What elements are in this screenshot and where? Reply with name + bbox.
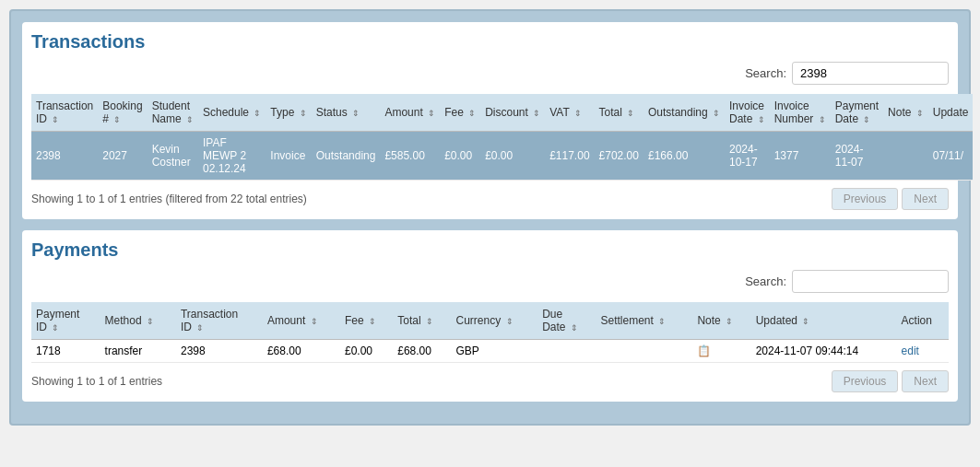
th-invoice-number[interactable]: InvoiceNumber ⇕ [770,94,831,132]
cell-note: 📋 [692,340,750,363]
cell-invoice_number: 1377 [770,132,831,181]
payments-showing-text: Showing 1 to 1 of 1 entries [31,375,162,388]
transactions-search-input[interactable] [792,62,949,85]
th-student-name[interactable]: StudentName ⇕ [148,94,198,132]
payments-footer: Showing 1 to 1 of 1 entries Previous Nex… [31,370,949,392]
cell-total: £68.00 [393,340,451,363]
cell-fee: £0.00 [440,132,480,181]
cell-fee: £0.00 [340,340,393,363]
main-container: Transactions Search: TransactionID ⇕ Boo… [9,9,971,426]
transactions-footer: Showing 1 to 1 of 1 entries (filtered fr… [31,188,949,210]
cell-payment_id: 1718 [31,340,100,363]
th-p-total[interactable]: Total ⇕ [393,302,451,340]
transactions-title: Transactions [31,31,949,53]
cell-booking_num: 2027 [98,132,147,181]
th-payment-date[interactable]: PaymentDate ⇕ [831,94,883,132]
th-method[interactable]: Method ⇕ [100,302,176,340]
th-action[interactable]: Action [897,302,949,340]
cell-transaction_id: 2398 [176,340,263,363]
edit-link[interactable]: edit [902,344,919,357]
th-schedule[interactable]: Schedule ⇕ [198,94,266,132]
th-payment-id[interactable]: PaymentID ⇕ [31,302,100,340]
th-type[interactable]: Type ⇕ [266,94,311,132]
cell-currency: GBP [452,340,538,363]
payments-table: PaymentID ⇕ Method ⇕ TransactionID ⇕ Amo… [31,302,949,363]
transactions-showing-text: Showing 1 to 1 of 1 entries (filtered fr… [31,193,307,205]
th-vat[interactable]: VAT ⇕ [545,94,594,132]
payments-header-row: PaymentID ⇕ Method ⇕ TransactionID ⇕ Amo… [31,302,949,340]
payments-search-input[interactable] [792,270,949,293]
payments-pagination: Previous Next [832,370,949,392]
th-booking-num[interactable]: Booking# ⇕ [98,94,147,132]
transactions-header-row: TransactionID ⇕ Booking# ⇕ StudentName ⇕… [31,94,973,132]
cell-note [883,132,928,181]
cell-amount: £68.00 [263,340,340,363]
cell-status: Outstanding [312,132,381,181]
cell-settlement [596,340,692,363]
cell-transaction_id: 2398 [31,132,98,181]
cell-update: 07/11/ [928,132,974,181]
payments-search-bar: Search: [31,270,949,293]
transactions-prev-btn[interactable]: Previous [832,188,899,210]
cell-schedule: IPAF MEWP 2 02.12.24 [198,132,266,181]
cell-student_name: Kevin Costner [148,132,198,181]
th-p-fee[interactable]: Fee ⇕ [340,302,393,340]
payments-panel: Payments Search: PaymentID ⇕ Method ⇕ Tr… [22,230,958,402]
th-p-note[interactable]: Note ⇕ [692,302,750,340]
th-invoice-date[interactable]: InvoiceDate ⇕ [725,94,770,132]
th-currency[interactable]: Currency ⇕ [452,302,538,340]
cell-due_date [537,340,596,363]
transactions-search-bar: Search: [31,62,949,85]
th-updated[interactable]: Updated ⇕ [751,302,897,340]
th-note[interactable]: Note ⇕ [883,94,928,132]
payments-title: Payments [31,239,949,261]
cell-action[interactable]: edit [897,340,949,363]
th-total[interactable]: Total ⇕ [595,94,643,132]
table-row: 1718transfer2398£68.00£0.00£68.00GBP📋202… [31,340,949,363]
cell-total: £702.00 [595,132,643,181]
th-due-date[interactable]: DueDate ⇕ [537,302,596,340]
th-amount[interactable]: Amount ⇕ [380,94,440,132]
th-settlement[interactable]: Settlement ⇕ [596,302,692,340]
cell-payment_date: 2024-11-07 [831,132,883,181]
th-update[interactable]: Update [928,94,974,132]
transactions-table: TransactionID ⇕ Booking# ⇕ StudentName ⇕… [31,94,973,181]
cell-amount: £585.00 [380,132,440,181]
th-status[interactable]: Status ⇕ [312,94,381,132]
th-outstanding[interactable]: Outstanding ⇕ [643,94,725,132]
transactions-search-label: Search: [745,66,786,80]
cell-vat: £117.00 [545,132,594,181]
cell-discount: £0.00 [480,132,545,181]
th-transaction-id[interactable]: TransactionID ⇕ [31,94,98,132]
transactions-next-btn[interactable]: Next [902,188,949,210]
cell-updated: 2024-11-07 09:44:14 [751,340,897,363]
th-discount[interactable]: Discount ⇕ [480,94,545,132]
payments-next-btn[interactable]: Next [902,370,949,392]
th-p-transaction-id[interactable]: TransactionID ⇕ [176,302,263,340]
payments-search-label: Search: [745,274,786,288]
cell-invoice_date: 2024-10-17 [725,132,770,181]
cell-type: Invoice [266,132,311,181]
transactions-panel: Transactions Search: TransactionID ⇕ Boo… [22,22,958,219]
cell-outstanding: £166.00 [643,132,725,181]
th-fee[interactable]: Fee ⇕ [440,94,480,132]
th-p-amount[interactable]: Amount ⇕ [263,302,340,340]
cell-method: transfer [100,340,176,363]
payments-prev-btn[interactable]: Previous [832,370,899,392]
transactions-pagination: Previous Next [832,188,949,210]
table-row: 23982027Kevin CostnerIPAF MEWP 2 02.12.2… [31,132,973,181]
